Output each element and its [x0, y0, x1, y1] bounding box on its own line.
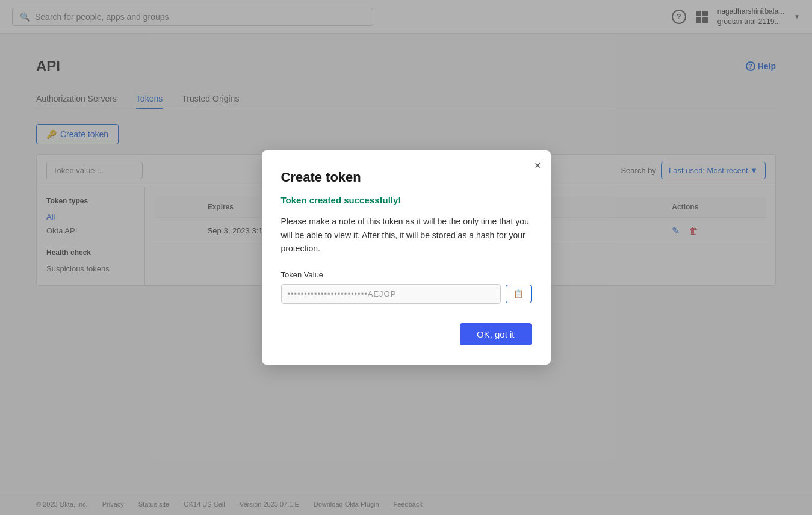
copy-token-button[interactable]: 📋 [506, 285, 532, 303]
modal-overlay[interactable]: × Create token Token created successfull… [0, 0, 812, 515]
create-token-modal: × Create token Token created successfull… [262, 150, 551, 364]
copy-icon: 📋 [513, 289, 524, 298]
token-value-input[interactable] [281, 284, 501, 304]
token-value-row: 📋 [281, 284, 532, 304]
modal-description: Please make a note of this token as it w… [281, 215, 532, 255]
token-value-label: Token Value [281, 270, 532, 279]
modal-title: Create token [281, 170, 532, 185]
ok-button[interactable]: OK, got it [460, 323, 532, 345]
success-message: Token created successfully! [281, 195, 532, 205]
modal-close-button[interactable]: × [535, 160, 541, 171]
